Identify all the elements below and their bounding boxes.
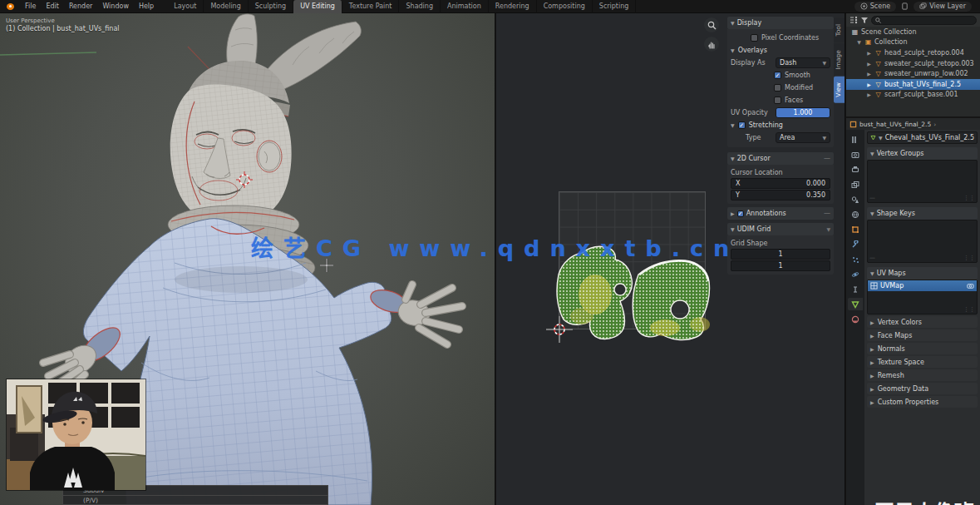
- expand-arrow-icon[interactable]: ▶: [866, 61, 872, 67]
- uv-maps-list[interactable]: UVMap ⋮⋮: [867, 280, 978, 314]
- tab-physics[interactable]: [848, 268, 863, 280]
- scene-selector[interactable]: Scene: [854, 2, 896, 12]
- sidebar-tab-image[interactable]: Image: [834, 44, 845, 76]
- tab-shading[interactable]: Shading: [399, 0, 441, 13]
- shape-keys-list[interactable]: — ⋮⋮: [867, 220, 978, 263]
- tab-output[interactable]: [848, 163, 863, 176]
- outliner-row-collection[interactable]: ▼ ▣ Collection: [846, 37, 980, 48]
- outliner-row-object[interactable]: ▶ ▽ sweater_sculpt_retopo.003: [846, 58, 980, 69]
- filter-icon[interactable]: [860, 16, 869, 24]
- faces-checkbox[interactable]: [774, 97, 781, 104]
- tab-rendering[interactable]: Rendering: [489, 0, 537, 13]
- panel-normals-header[interactable]: ▶ Normals: [867, 343, 978, 354]
- list-resize-icon[interactable]: ⋮⋮: [963, 255, 975, 261]
- outliner-search-input[interactable]: [871, 16, 977, 25]
- tab-scripting[interactable]: Scripting: [593, 0, 637, 13]
- outliner-row-object[interactable]: ▶ ▽ scarf_sculpt_base.001: [846, 90, 980, 101]
- tab-layout[interactable]: Layout: [167, 0, 204, 13]
- tab-uv-editing[interactable]: UV Editing: [293, 0, 342, 13]
- menu-help[interactable]: Help: [134, 0, 159, 13]
- tab-modeling[interactable]: Modeling: [204, 0, 248, 13]
- panel-vertex-groups-header[interactable]: ▼ Vertex Groups: [867, 147, 978, 160]
- tab-tool[interactable]: [848, 133, 863, 146]
- display-as-dropdown[interactable]: Dash ▼: [776, 57, 830, 68]
- panel-custom-properties-header[interactable]: ▶ Custom Properties: [867, 396, 978, 408]
- annotations-checkbox[interactable]: ✓: [737, 210, 744, 217]
- grid-shape-y-field[interactable]: 1: [731, 260, 830, 271]
- render-camera-icon[interactable]: [967, 282, 974, 290]
- menu-edit[interactable]: Edit: [41, 0, 64, 13]
- tab-modifiers[interactable]: [848, 238, 863, 250]
- row-label: bust_hat_UVs_final_2.5: [884, 81, 961, 88]
- menu-file[interactable]: File: [20, 0, 41, 13]
- modified-checkbox[interactable]: [774, 84, 781, 92]
- expand-arrow-icon[interactable]: ▶: [866, 82, 872, 87]
- stretch-type-dropdown[interactable]: Area ▼: [776, 132, 830, 143]
- pixel-coordinates-checkbox[interactable]: [751, 34, 758, 42]
- outliner-row-object[interactable]: ▶ ▽ sweater_unwrap_low.002: [846, 68, 980, 79]
- expand-arrow-icon[interactable]: ▶: [866, 50, 872, 56]
- panel-remesh-header[interactable]: ▶ Remesh: [867, 369, 978, 381]
- outliner: ▦ Scene Collection ▼ ▣ Collection ▶ ▽ he…: [846, 13, 980, 118]
- tab-material[interactable]: [848, 313, 863, 325]
- panel-face-maps-header[interactable]: ▶ Face Maps: [867, 329, 978, 341]
- menu-window[interactable]: Window: [97, 0, 134, 13]
- expand-arrow-icon[interactable]: ▶: [866, 71, 872, 77]
- outliner-row-object-selected[interactable]: ▶ ▽ bust_hat_UVs_final_2.5: [846, 79, 980, 90]
- panel-options-icon[interactable]: —: [824, 210, 830, 217]
- outliner-row-object[interactable]: ▶ ▽ head_sculpt_retopo.004: [846, 47, 980, 58]
- panel-geometry-data-header[interactable]: ▶ Geometry Data: [867, 383, 978, 394]
- panel-uv-maps-header[interactable]: ▼ UV Maps: [867, 267, 978, 280]
- tab-animation[interactable]: Animation: [441, 0, 489, 13]
- vertex-groups-list[interactable]: — ⋮⋮: [867, 160, 978, 203]
- list-resize-icon[interactable]: ⋮⋮: [963, 306, 975, 313]
- pan-gizmo-button[interactable]: [704, 37, 719, 52]
- sidebar-tab-view[interactable]: View: [834, 77, 845, 103]
- row-label: Scene Collection: [861, 28, 917, 36]
- panel-shape-keys-header[interactable]: ▼ Shape Keys: [867, 207, 978, 220]
- new-scene-icon[interactable]: [901, 2, 909, 10]
- list-resize-icon[interactable]: ⋮⋮: [963, 195, 975, 201]
- panel-texture-space-header[interactable]: ▶ Texture Space: [867, 356, 978, 368]
- tab-object-data[interactable]: [848, 298, 863, 310]
- tab-sculpting[interactable]: Sculpting: [249, 0, 293, 13]
- tab-object[interactable]: [848, 223, 863, 235]
- cursor-y-field[interactable]: Y 0.350: [731, 190, 830, 201]
- overlays-subpanel-header[interactable]: Overlays: [738, 47, 767, 54]
- expand-arrow-icon[interactable]: ▼: [856, 39, 862, 45]
- operator-row[interactable]: (P/V): [62, 495, 328, 505]
- tab-particles[interactable]: [848, 253, 863, 265]
- panel-vertex-colors-header[interactable]: ▶ Vertex Colors: [867, 316, 978, 328]
- view-layer-selector[interactable]: View Layer: [914, 2, 972, 12]
- tab-compositing[interactable]: Compositing: [537, 0, 593, 13]
- stretching-checkbox[interactable]: ✓: [738, 121, 746, 129]
- tab-scene[interactable]: [848, 193, 863, 205]
- mesh-datablock-selector[interactable]: ▼ Cheval_hats_UVs_Final_2.5: [867, 131, 978, 144]
- blender-logo-icon[interactable]: [5, 2, 17, 11]
- panel-udim-header[interactable]: ▼ UDIM Grid ▼: [727, 223, 834, 235]
- tab-constraints[interactable]: [848, 283, 863, 295]
- tab-view-layer[interactable]: [848, 178, 863, 191]
- menu-render[interactable]: Render: [64, 0, 97, 13]
- panel-2d-cursor-header[interactable]: ▼ 2D Cursor —: [727, 152, 834, 165]
- tab-world[interactable]: [848, 208, 863, 220]
- tab-texture-paint[interactable]: Texture Paint: [342, 0, 400, 13]
- panel-options-icon[interactable]: —: [824, 155, 830, 162]
- smooth-checkbox[interactable]: ✓: [774, 72, 781, 79]
- outliner-row-scene-collection[interactable]: ▦ Scene Collection: [846, 27, 980, 37]
- viewport-view-label: User Perspective: [6, 17, 55, 24]
- panel-title: Normals: [878, 345, 905, 353]
- panel-annotations-header[interactable]: ▶ ✓ Annotations —: [727, 207, 834, 220]
- uv-opacity-slider[interactable]: 1.000: [776, 107, 830, 118]
- cursor-x-field[interactable]: X 0.000: [731, 178, 830, 189]
- sidebar-tab-tool[interactable]: Tool: [834, 18, 845, 42]
- stretching-header[interactable]: Stretching: [749, 121, 783, 129]
- list-grip-icon: —: [869, 195, 875, 201]
- tab-render[interactable]: [848, 148, 863, 161]
- panel-display-header[interactable]: ▼ Display: [727, 17, 834, 29]
- grid-shape-x-field[interactable]: 1: [731, 249, 830, 260]
- zoom-gizmo-button[interactable]: [704, 17, 719, 32]
- expand-arrow-icon[interactable]: ▶: [866, 92, 872, 97]
- uv-map-row-selected[interactable]: UVMap: [868, 280, 977, 291]
- editor-type-icon[interactable]: [849, 16, 858, 24]
